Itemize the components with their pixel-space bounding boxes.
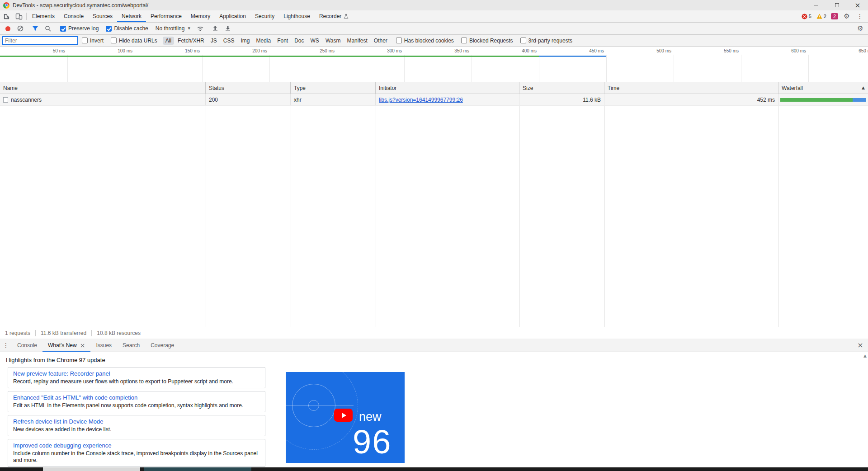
invert-checkbox[interactable]: Invert xyxy=(82,38,104,44)
network-settings-button[interactable]: ⚙ xyxy=(854,25,867,32)
tab-sources[interactable]: Sources xyxy=(88,10,117,22)
device-toolbar-icon xyxy=(15,13,23,20)
card-link[interactable]: Enhanced "Edit as HTML" with code comple… xyxy=(13,394,137,401)
disable-cache-checkbox[interactable]: Disable cache xyxy=(106,25,148,32)
blocked-requests-checkbox[interactable]: Blocked Requests xyxy=(461,38,513,44)
filter-pill-manifest[interactable]: Manifest xyxy=(344,37,370,45)
filter-pill-css[interactable]: CSS xyxy=(221,37,237,45)
warning-count: 2 xyxy=(824,14,826,19)
column-divider xyxy=(206,94,206,327)
column-header-type[interactable]: Type xyxy=(291,82,376,94)
tab-network[interactable]: Network xyxy=(117,10,146,22)
request-name-cell[interactable]: nasscanners xyxy=(0,94,206,105)
console-errors-badge[interactable]: 5 xyxy=(799,14,814,19)
requests-count: 1 requests xyxy=(0,330,35,336)
inspect-element-button[interactable] xyxy=(0,10,13,22)
maximize-button[interactable] xyxy=(826,0,847,10)
drawer-tab-coverage[interactable]: Coverage xyxy=(145,339,179,352)
divider xyxy=(26,13,27,20)
settings-button[interactable]: ⚙ xyxy=(840,13,853,20)
clear-network-log-button[interactable] xyxy=(14,25,27,32)
column-header-status[interactable]: Status xyxy=(206,82,291,94)
close-tab-icon[interactable]: × xyxy=(80,342,85,349)
overview-download-bar xyxy=(539,56,606,57)
close-window-button[interactable]: × xyxy=(847,0,868,10)
card-link[interactable]: Improved code debugging experience xyxy=(13,442,112,449)
table-row[interactable]: nasscanners 200 xhr libs.js?version=1641… xyxy=(0,94,868,106)
close-drawer-button[interactable]: × xyxy=(853,339,868,352)
tab-performance[interactable]: Performance xyxy=(146,10,186,22)
download-icon xyxy=(225,25,231,32)
has-blocked-cookies-checkbox[interactable]: Has blocked cookies xyxy=(396,38,454,44)
filter-toggle-button[interactable] xyxy=(29,25,42,32)
column-header-name[interactable]: Name xyxy=(0,82,206,94)
card-link[interactable]: Refresh device list in Device Mode xyxy=(13,418,103,425)
third-party-requests-checkbox[interactable]: 3rd-party requests xyxy=(520,38,572,44)
preserve-log-checkbox[interactable]: Preserve log xyxy=(60,25,99,32)
filter-input[interactable] xyxy=(2,36,78,45)
card-link[interactable]: New preview feature: Recorder panel xyxy=(13,370,110,377)
timeline-gridline xyxy=(741,55,741,82)
column-header-size[interactable]: Size xyxy=(519,82,604,94)
timeline-gridline xyxy=(472,55,472,82)
issues-badge[interactable]: 2 xyxy=(831,13,838,19)
column-header-time[interactable]: Time xyxy=(604,82,778,94)
drawer-tab-console[interactable]: Console xyxy=(12,339,42,352)
whats-new-video-thumbnail[interactable]: new 96 xyxy=(286,372,405,463)
error-count: 5 xyxy=(809,14,811,19)
filter-pill-doc[interactable]: Doc xyxy=(292,37,307,45)
whats-new-card: New preview feature: Recorder panel Reco… xyxy=(8,367,265,388)
checkbox-unchecked-icon xyxy=(396,38,402,43)
tab-elements[interactable]: Elements xyxy=(28,10,59,22)
device-toolbar-button[interactable] xyxy=(13,10,25,22)
import-har-button[interactable] xyxy=(209,25,222,32)
filter-pill-font[interactable]: Font xyxy=(274,37,291,45)
tab-security[interactable]: Security xyxy=(250,10,279,22)
drawer-tab-whats-new[interactable]: What's New × xyxy=(42,339,90,352)
timeline-tick-label: 650 ms xyxy=(846,48,868,53)
throttling-select[interactable]: No throttling ▼ xyxy=(156,25,190,32)
tab-lighthouse[interactable]: Lighthouse xyxy=(279,10,315,22)
export-har-button[interactable] xyxy=(222,25,234,32)
column-header-initiator[interactable]: Initiator xyxy=(376,82,519,94)
minimize-button[interactable] xyxy=(806,0,826,10)
tab-console[interactable]: Console xyxy=(59,10,88,22)
upload-icon xyxy=(212,25,218,32)
tab-recorder[interactable]: Recorder xyxy=(315,10,353,22)
tab-application[interactable]: Application xyxy=(215,10,250,22)
panel-tabs: Elements Console Sources Network Perform… xyxy=(28,10,353,22)
drawer-more-tools-button[interactable]: ⋮ xyxy=(0,339,12,352)
initiator-link[interactable]: libs.js?version=1641499967799:26 xyxy=(379,97,463,103)
filter-pill-other[interactable]: Other xyxy=(371,37,390,45)
scroll-up-icon[interactable]: ▲ xyxy=(863,354,867,358)
request-initiator-cell: libs.js?version=1641499967799:26 xyxy=(376,94,519,105)
filter-pill-js[interactable]: JS xyxy=(208,37,220,45)
network-conditions-button[interactable] xyxy=(194,25,207,32)
drawer-tab-search[interactable]: Search xyxy=(117,339,145,352)
column-divider xyxy=(376,94,376,327)
filter-pill-fetch-xhr[interactable]: Fetch/XHR xyxy=(175,37,207,45)
timeline-gridline xyxy=(67,55,68,82)
gear-icon: ⚙ xyxy=(844,13,849,20)
drawer-tab-issues[interactable]: Issues xyxy=(90,339,117,352)
youtube-play-icon[interactable] xyxy=(334,409,353,422)
timeline-tick-label: 500 ms xyxy=(644,48,671,53)
column-header-waterfall[interactable]: Waterfall ▲ xyxy=(778,82,868,94)
filter-pill-wasm[interactable]: Wasm xyxy=(323,37,344,45)
timeline-gridline xyxy=(606,55,607,82)
whats-new-card: Enhanced "Edit as HTML" with code comple… xyxy=(8,391,265,412)
tab-memory[interactable]: Memory xyxy=(186,10,215,22)
filter-pill-all[interactable]: All xyxy=(163,37,174,45)
search-network-button[interactable] xyxy=(42,25,54,32)
more-options-button[interactable]: ⋮ xyxy=(854,13,866,19)
network-overview-timeline[interactable]: 50 ms 100 ms 150 ms 200 ms 250 ms 300 ms… xyxy=(0,47,868,82)
timeline-gridline xyxy=(337,55,337,82)
filter-pill-img[interactable]: Img xyxy=(238,37,252,45)
record-network-log-button[interactable] xyxy=(1,26,14,31)
filter-pill-media[interactable]: Media xyxy=(253,37,274,45)
console-warnings-badge[interactable]: 2 xyxy=(814,14,829,19)
filter-pill-ws[interactable]: WS xyxy=(308,37,322,45)
timeline-tick-label: 550 ms xyxy=(712,48,739,53)
hide-data-urls-checkbox[interactable]: Hide data URLs xyxy=(111,38,157,44)
experiment-flask-icon xyxy=(344,14,349,19)
